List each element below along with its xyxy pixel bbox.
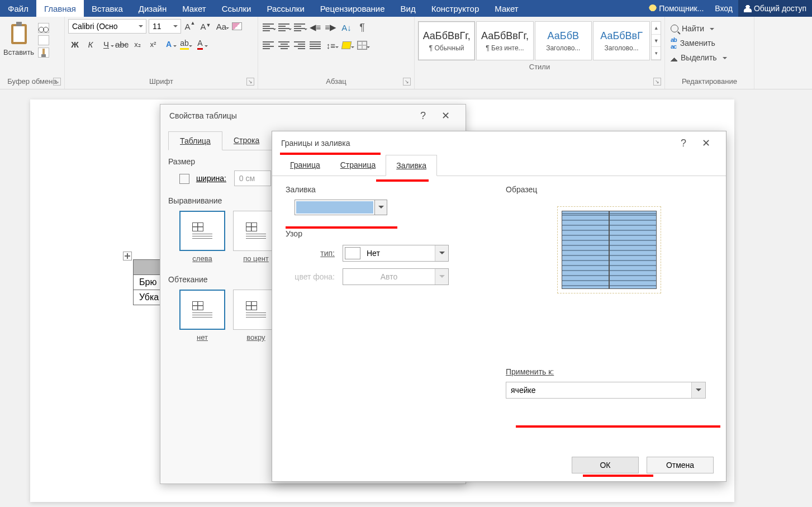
annotation <box>280 153 381 155</box>
fill-label: Заливка <box>286 185 489 194</box>
ok-button[interactable]: ОК <box>572 457 639 473</box>
bgcolor-label: цвет фона: <box>286 272 335 281</box>
tab-layout[interactable]: Макет <box>174 0 213 17</box>
paste-button[interactable] <box>8 19 30 47</box>
replace-button[interactable]: abacЗаменить <box>668 36 718 50</box>
increase-indent-button[interactable]: ≡▶ <box>324 21 338 34</box>
dialog-borders-shading: Границы и заливка ? ✕ Граница Страница З… <box>272 131 726 482</box>
justify-button[interactable] <box>308 39 322 51</box>
underline-button[interactable]: Ч <box>99 38 113 50</box>
find-button[interactable]: Найти <box>668 21 716 36</box>
dlg1-tab-row[interactable]: Строка <box>222 131 270 150</box>
width-checkbox[interactable] <box>179 174 189 184</box>
font-launcher[interactable]: ↘ <box>246 78 254 86</box>
style-heading2[interactable]: АаБбВвГ Заголово... <box>593 21 650 60</box>
styles-gallery-more[interactable]: ▲▼▾ <box>651 21 661 60</box>
format-painter-button[interactable] <box>38 48 49 58</box>
paragraph-launcher[interactable]: ↘ <box>403 78 411 86</box>
tell-me[interactable]: Помощник... <box>643 0 709 17</box>
clipboard-launcher[interactable]: ↘ <box>53 78 61 86</box>
dialog2-help[interactable]: ? <box>672 138 695 149</box>
tab-file[interactable]: Файл <box>0 0 36 17</box>
line-spacing-button[interactable]: ↕≡ <box>324 39 338 51</box>
align-left-option[interactable] <box>179 211 225 251</box>
search-icon <box>671 25 678 32</box>
font-name-combo[interactable]: Calibri (Осно <box>68 19 146 34</box>
cut-button[interactable] <box>38 23 49 33</box>
styles-launcher[interactable]: ↘ <box>653 78 661 86</box>
dlg2-tab-fill[interactable]: Заливка <box>386 155 437 176</box>
dialog1-close[interactable]: ✕ <box>434 110 457 122</box>
decrease-indent-button[interactable]: ◀≡ <box>308 21 322 34</box>
align-left-button[interactable] <box>262 39 275 51</box>
dialog1-help[interactable]: ? <box>412 110 434 122</box>
tab-review[interactable]: Рецензирование <box>312 0 393 17</box>
align-center-button[interactable] <box>277 39 291 51</box>
tab-table-layout[interactable]: Макет <box>487 0 526 17</box>
tab-mailings[interactable]: Рассылки <box>259 0 312 17</box>
eraser-icon <box>232 22 242 30</box>
superscript-button[interactable]: x² <box>146 38 160 50</box>
paste-label: Вставить <box>3 48 34 56</box>
fill-color-dropdown[interactable] <box>374 200 387 215</box>
share[interactable]: Общий доступ <box>738 0 812 17</box>
wrap-none-option[interactable] <box>179 290 225 330</box>
style-no-spacing[interactable]: АаБбВвГг, ¶ Без инте... <box>476 21 533 60</box>
borders-button[interactable] <box>355 39 369 51</box>
bold-button[interactable]: Ж <box>68 38 82 50</box>
width-label: ширина: <box>196 174 226 183</box>
select-button[interactable]: Выделить <box>668 50 729 65</box>
ribbon-tabstrip: Файл Главная Вставка Дизайн Макет Ссылки… <box>0 0 812 17</box>
font-size-combo[interactable]: 11 <box>149 19 181 34</box>
dialog1-title: Свойства таблицы <box>169 111 237 120</box>
tab-view[interactable]: Вид <box>393 0 424 17</box>
clear-format-button[interactable] <box>230 20 244 32</box>
subscript-button[interactable]: x₂ <box>131 38 144 50</box>
group-font: Calibri (Осно 11 A▲ A▼ Aa Ж К Ч abc x₂ x… <box>65 17 258 89</box>
bucket-icon <box>341 41 352 49</box>
fill-color-combo[interactable] <box>295 200 387 215</box>
fill-color-swatch <box>296 201 374 214</box>
shrink-font-button[interactable]: A▼ <box>199 20 212 32</box>
group-paragraph: ◀≡ ≡▶ A↓ ¶ ↕≡ Абзац ↘ <box>258 17 415 89</box>
apply-label: Применить к: <box>506 367 713 376</box>
dialog2-close[interactable]: ✕ <box>695 137 717 149</box>
group-label-font: Шрифт <box>68 75 254 89</box>
style-normal[interactable]: АаБбВвГг, ¶ Обычный <box>418 21 475 60</box>
style-heading1[interactable]: АаБбВ Заголово... <box>535 21 592 60</box>
sort-button[interactable]: A↓ <box>340 21 353 34</box>
cancel-button[interactable]: Отмена <box>647 457 714 473</box>
width-value[interactable]: 0 см <box>234 170 271 186</box>
dialog2-title: Границы и заливка <box>281 139 350 148</box>
align-right-button[interactable] <box>293 39 306 51</box>
tab-insert[interactable]: Вставка <box>84 0 131 17</box>
copy-button[interactable] <box>38 35 49 45</box>
dlg2-tab-page[interactable]: Страница <box>330 155 386 176</box>
font-color-button[interactable]: A <box>193 38 207 50</box>
clipboard-icon <box>11 24 27 44</box>
italic-button[interactable]: К <box>84 38 97 50</box>
text-effects-button[interactable]: A <box>162 38 175 50</box>
highlight-button[interactable]: ab <box>178 38 191 50</box>
tab-table-design[interactable]: Конструктор <box>424 0 487 17</box>
tab-design[interactable]: Дизайн <box>131 0 174 17</box>
group-label-clipboard: Буфер обмена <box>3 75 61 89</box>
sign-in[interactable]: Вход <box>709 0 738 17</box>
pattern-type-combo[interactable]: Нет <box>343 245 449 262</box>
apply-to-combo[interactable]: ячейке <box>506 382 706 399</box>
bullets-button[interactable] <box>262 21 275 34</box>
tab-home[interactable]: Главная <box>36 0 84 17</box>
strike-button[interactable]: abc <box>115 38 129 50</box>
group-clipboard: Вставить Буфер обмена ↘ <box>0 17 65 89</box>
multilevel-button[interactable] <box>293 21 306 34</box>
grow-font-button[interactable]: A▲ <box>183 20 197 32</box>
tab-references[interactable]: Ссылки <box>214 0 259 17</box>
show-marks-button[interactable]: ¶ <box>355 21 369 34</box>
numbering-button[interactable] <box>277 21 291 34</box>
dlg1-tab-table[interactable]: Таблица <box>168 131 222 150</box>
annotation <box>583 475 653 477</box>
table-move-handle[interactable] <box>123 252 132 260</box>
change-case-button[interactable]: Aa <box>215 20 228 32</box>
shading-button[interactable] <box>340 39 353 51</box>
dlg2-tab-border[interactable]: Граница <box>280 155 330 176</box>
